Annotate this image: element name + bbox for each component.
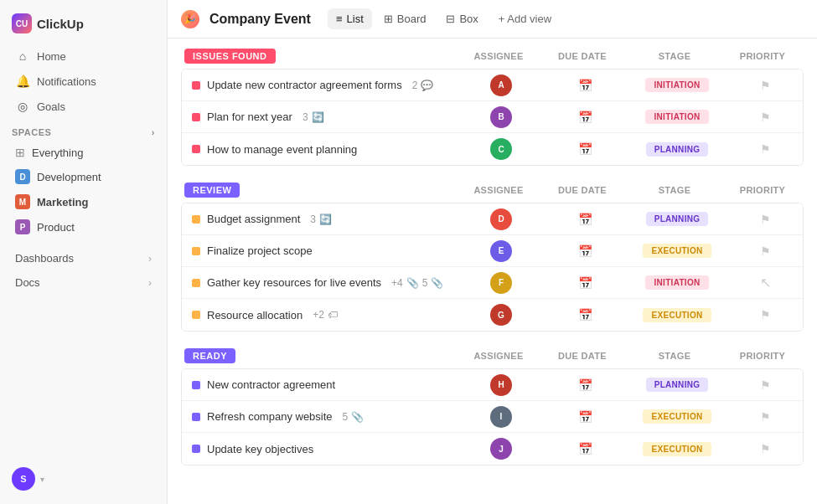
sidebar-item-marketing[interactable]: M Marketing	[3, 189, 163, 214]
task-name-cell: New contractor agreement	[182, 372, 459, 398]
due-date-cell[interactable]: 📅	[543, 378, 627, 392]
col-assignee-0: ASSIGNEE	[457, 51, 540, 61]
table-row[interactable]: Plan for next year 3 🔄 B 📅 INITIATION	[182, 101, 803, 133]
tab-box[interactable]: ⊟ Box	[437, 8, 486, 29]
task-dot-purple	[192, 445, 200, 453]
task-dot-orange	[192, 215, 200, 224]
due-date-cell[interactable]: 📅	[543, 308, 627, 321]
refresh-icon: 🔄	[312, 111, 324, 123]
tab-list[interactable]: ≡ List	[328, 8, 372, 29]
product-badge: P	[15, 219, 30, 234]
table-row[interactable]: Refresh company website 5 📎 I 📅 EXECUTIO…	[182, 401, 803, 433]
group-review-badge: REVIEW	[184, 183, 240, 198]
calendar-icon: 📅	[578, 442, 592, 455]
assignee-cell: J	[459, 435, 543, 463]
task-name-cell: Update key objectives	[182, 436, 459, 462]
add-view-button[interactable]: + Add view	[490, 8, 560, 29]
task-name: Refresh company website	[207, 410, 333, 423]
tab-board[interactable]: ⊞ Board	[375, 8, 435, 29]
tab-board-label: Board	[397, 13, 427, 25]
table-row[interactable]: Budget assignment 3 🔄 D 📅 PLANNING	[182, 203, 803, 235]
sidebar-item-everything[interactable]: ⊞ Everything	[3, 141, 163, 164]
group-issues-header: ISSUES FOUND ASSIGNEE DUE DATE STAGE PRI…	[181, 49, 804, 64]
avatar: A	[490, 75, 512, 96]
box-icon: ⊟	[446, 13, 455, 25]
task-name: New contractor agreement	[207, 378, 335, 391]
due-date-cell[interactable]: 📅	[543, 442, 627, 455]
task-name-cell: Plan for next year 3 🔄	[182, 104, 459, 130]
table-row[interactable]: Finalize project scope E 📅 EXECUTION ⚑	[182, 235, 803, 267]
flag-icon: ⚑	[760, 442, 771, 455]
priority-cell: ⚑	[727, 244, 803, 258]
stage-badge: EXECUTION	[643, 308, 711, 322]
task-name: How to manage event planning	[207, 143, 357, 156]
table-row[interactable]: Update new contractor agreement forms 2 …	[182, 69, 803, 101]
calendar-icon: 📅	[578, 111, 592, 124]
group-ready-badge: READY	[184, 348, 235, 363]
col-assignee-1: ASSIGNEE	[457, 185, 540, 195]
stage-cell: EXECUTION	[627, 244, 727, 258]
nav-docs[interactable]: Docs ›	[3, 270, 163, 295]
table-row[interactable]: Resource allocation +2 🏷 G 📅 EXECUTION	[182, 299, 803, 331]
table-row[interactable]: Update key objectives J 📅 EXECUTION ⚑	[182, 433, 803, 465]
calendar-icon: 📅	[578, 276, 592, 290]
assignee-cell: F	[459, 269, 543, 297]
task-dot-red	[192, 113, 200, 121]
spaces-section-header: Spaces ›	[0, 119, 167, 141]
sidebar: CU ClickUp ⌂ Home 🔔 Notifications ◎ Goal…	[0, 0, 168, 504]
content-area: ISSUES FOUND ASSIGNEE DUE DATE STAGE PRI…	[168, 39, 817, 504]
assignee-cell: D	[459, 205, 543, 234]
due-date-cell[interactable]: 📅	[543, 79, 627, 92]
app-name: ClickUp	[37, 17, 84, 31]
nav-notifications[interactable]: 🔔 Notifications	[3, 69, 163, 94]
chevron-icon[interactable]: ›	[152, 127, 155, 137]
sidebar-user: S ▾	[0, 460, 167, 497]
calendar-icon: 📅	[578, 142, 592, 156]
assignee-cell: A	[459, 71, 543, 100]
avatar: D	[490, 208, 512, 230]
sidebar-item-product[interactable]: P Product	[3, 214, 163, 239]
col-duedate-1: DUE DATE	[540, 185, 624, 195]
due-date-cell[interactable]: 📅	[543, 276, 627, 290]
due-date-cell[interactable]: 📅	[543, 213, 627, 226]
priority-cell: ⚑	[727, 111, 803, 124]
stage-cell: EXECUTION	[627, 442, 727, 456]
development-label: Development	[37, 171, 101, 183]
due-date-cell[interactable]: 📅	[543, 244, 627, 258]
refresh-icon: 🔄	[319, 213, 332, 225]
docs-label: Docs	[15, 276, 40, 289]
task-meta: +2 🏷	[313, 309, 338, 321]
stage-badge: EXECUTION	[643, 409, 711, 424]
avatar: C	[490, 138, 512, 160]
task-name-cell: Finalize project scope	[182, 238, 459, 264]
goals-icon: ◎	[15, 100, 30, 113]
stage-badge: PLANNING	[646, 142, 709, 157]
task-meta: 5 📎	[343, 411, 365, 423]
assignee-cell: G	[459, 301, 543, 329]
table-row[interactable]: How to manage event planning C 📅 PLANNIN…	[182, 133, 803, 165]
task-dot-orange	[192, 279, 200, 287]
view-tabs: ≡ List ⊞ Board ⊟ Box + Add view	[328, 8, 560, 29]
avatar: B	[490, 106, 512, 128]
table-row[interactable]: Gather key resources for live events +4 …	[182, 267, 803, 299]
avatar: H	[490, 374, 512, 396]
flag-icon: ⚑	[760, 79, 771, 92]
nav-goals-label: Goals	[37, 100, 65, 113]
main-content: 🎉 Company Event ≡ List ⊞ Board ⊟ Box + A…	[168, 0, 817, 504]
cursor-icon: ↖	[760, 275, 771, 291]
dashboards-label: Dashboards	[15, 252, 74, 265]
table-row[interactable]: New contractor agreement H 📅 PLANNING ⚑	[182, 369, 803, 401]
nav-goals[interactable]: ◎ Goals	[3, 94, 163, 119]
sidebar-item-development[interactable]: D Development	[3, 164, 163, 189]
due-date-cell[interactable]: 📅	[543, 142, 627, 156]
avatar: I	[490, 406, 512, 428]
nav-dashboards[interactable]: Dashboards ›	[3, 246, 163, 270]
group-review-header: REVIEW ASSIGNEE DUE DATE STAGE PRIORITY	[181, 183, 804, 198]
flag-icon: ⚑	[760, 142, 771, 156]
nav-home[interactable]: ⌂ Home	[3, 44, 163, 69]
due-date-cell[interactable]: 📅	[543, 111, 627, 124]
due-date-cell[interactable]: 📅	[543, 410, 627, 424]
stage-cell: EXECUTION	[627, 308, 727, 322]
stage-badge: INITIATION	[645, 275, 708, 290]
task-dot-purple	[192, 413, 200, 421]
